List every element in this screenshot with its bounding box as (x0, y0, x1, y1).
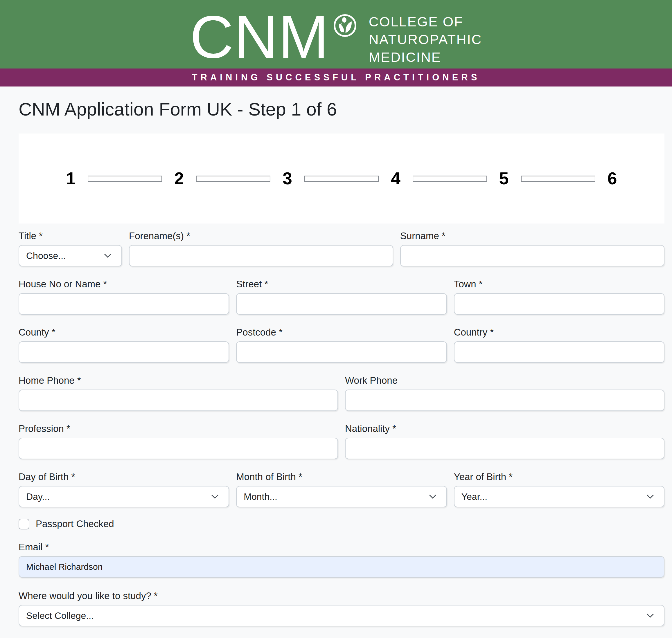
house-input[interactable] (19, 293, 229, 315)
cnm-emblem-icon (333, 13, 357, 38)
town-input[interactable] (454, 293, 665, 315)
passport-checked-label: Passport Checked (36, 518, 114, 530)
application-form: Title * Choose... Forename(s) * Surname … (19, 231, 665, 626)
study-location-select[interactable]: Select College... (19, 605, 665, 626)
county-input[interactable] (19, 341, 229, 363)
work-phone-label: Work Phone (345, 375, 665, 385)
profession-input[interactable] (19, 438, 338, 459)
study-location-label: Where would you like to study? * (19, 591, 665, 601)
postcode-input[interactable] (236, 341, 447, 363)
profession-label: Profession * (19, 424, 338, 434)
step-progress-bar (304, 175, 379, 182)
nationality-label: Nationality * (345, 424, 665, 434)
header-banner: CNM COLLEGE OF NATUROPATHIC MEDICINE (0, 0, 672, 68)
forenames-label: Forename(s) * (129, 231, 393, 241)
title-label: Title * (19, 231, 122, 241)
cnm-logo-text: CNM (190, 14, 329, 60)
dob-month-select[interactable]: Month... (236, 486, 447, 507)
tagline-text: TRAINING SUCCESSFUL PRACTITIONERS (192, 72, 480, 83)
dob-day-select[interactable]: Day... (19, 486, 229, 507)
org-name-line: MEDICINE (369, 48, 482, 66)
email-input[interactable] (19, 556, 665, 577)
step-progress-bar (196, 175, 271, 182)
dob-month-label: Month of Birth * (236, 472, 447, 482)
country-label: Country * (454, 328, 665, 337)
home-phone-label: Home Phone * (19, 375, 338, 385)
county-label: County * (19, 328, 229, 337)
dob-day-label: Day of Birth * (19, 472, 229, 482)
passport-checked-checkbox[interactable] (19, 519, 29, 530)
forenames-input[interactable] (129, 245, 393, 267)
step-number-5: 5 (499, 170, 509, 187)
work-phone-input[interactable] (345, 389, 665, 411)
step-number-2: 2 (174, 170, 184, 187)
postcode-label: Postcode * (236, 328, 447, 337)
form-page: CNM Application Form UK - Step 1 of 6 1 … (0, 98, 672, 633)
cnm-logo: CNM COLLEGE OF NATUROPATHIC MEDICINE (190, 3, 482, 66)
step-number-1: 1 (66, 170, 76, 187)
street-input[interactable] (236, 293, 447, 315)
house-label: House No or Name * (19, 279, 229, 289)
org-name-line: NATUROPATHIC (369, 31, 482, 48)
step-progress-indicator: 1 2 3 4 5 6 (19, 134, 665, 223)
title-select[interactable]: Choose... (19, 245, 122, 267)
country-input[interactable] (454, 341, 665, 363)
town-label: Town * (454, 279, 665, 289)
dob-year-select[interactable]: Year... (454, 486, 665, 507)
step-progress-bar (413, 175, 487, 182)
surname-input[interactable] (400, 245, 665, 267)
home-phone-input[interactable] (19, 389, 338, 411)
step-progress-bar (521, 175, 595, 182)
step-number-6: 6 (608, 170, 617, 187)
tagline-bar: TRAINING SUCCESSFUL PRACTITIONERS (0, 68, 672, 86)
surname-label: Surname * (400, 231, 665, 241)
step-number-3: 3 (282, 170, 292, 187)
dob-year-label: Year of Birth * (454, 472, 665, 482)
step-progress-bar (88, 175, 162, 182)
step-number-4: 4 (391, 170, 400, 187)
nationality-input[interactable] (345, 438, 665, 459)
org-name-line: COLLEGE OF (369, 13, 482, 31)
email-label: Email * (19, 542, 665, 552)
street-label: Street * (236, 279, 447, 289)
org-name: COLLEGE OF NATUROPATHIC MEDICINE (369, 13, 482, 66)
page-title: CNM Application Form UK - Step 1 of 6 (19, 98, 665, 120)
